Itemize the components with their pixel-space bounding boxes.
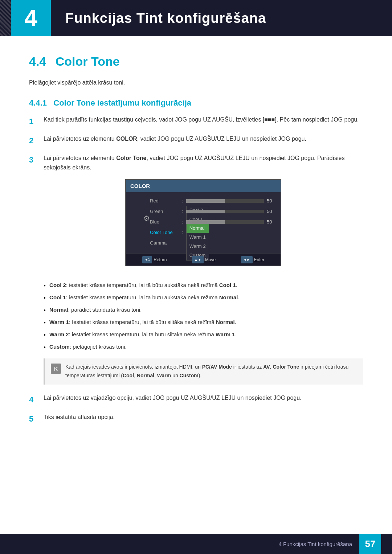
bullet-cool1: ● Cool 1: iestatiet krāsas temperatūru, …: [44, 293, 363, 302]
bullet-normal: ● Normal: parādiet standarta krāsu toni.: [44, 305, 363, 314]
dropdown-warm1: Warm 1: [187, 233, 209, 242]
move-icon: ▲▼: [192, 256, 204, 263]
step-4-content: Lai pārvietotos uz vajadzīgo opciju, vad…: [44, 393, 363, 403]
monitor-row-green: Green : 50: [150, 207, 275, 216]
bullet-dot: ●: [44, 295, 46, 301]
footer: 4 Funkcijas Tint konfigurēšana 57: [0, 534, 392, 554]
step-2: 2 Lai pārvietotos uz elementu COLOR, vad…: [29, 134, 363, 147]
return-icon: ◄1: [142, 256, 152, 263]
header: 4 Funkcijas Tint konfigurēšana: [0, 0, 392, 36]
note-text: Kad ārējais ievades avots ir pievienots,…: [65, 363, 357, 380]
dropdown-normal: Normal: [187, 224, 209, 233]
section-description: Pielāgojiet vispārējo attēla krāsu toni.: [29, 78, 363, 87]
section-number: 4.4: [29, 54, 46, 68]
section-heading: 4.4 Color Tone: [29, 54, 363, 71]
steps-list-2: 4 Lai pārvietotos uz vajadzīgo opciju, v…: [29, 393, 363, 425]
monitor-label-green: Green: [150, 208, 179, 216]
bullet-dot: ●: [44, 283, 46, 288]
step-1-content: Kad tiek parādīts funkcijas taustiņu ceļ…: [44, 115, 363, 124]
move-label: Move: [205, 257, 216, 263]
page: 4 Funkcijas Tint konfigurēšana 4.4 Color…: [0, 0, 392, 554]
step-3-number: 3: [29, 153, 44, 166]
monitor-label-colortone: Color Tone: [150, 229, 179, 237]
step-2-content: Lai pārvietotos uz elementu COLOR, vadie…: [44, 134, 363, 144]
bullet-dot: ●: [44, 307, 46, 313]
header-pattern: [0, 0, 11, 36]
step-5-number: 5: [29, 413, 44, 425]
monitor-right: Red : 50 Green :: [150, 197, 275, 249]
step-1: 1 Kad tiek parādīts funkcijas taustiņu c…: [29, 115, 363, 128]
monitor-dropdown: Cool 2 Cool 1 Normal Warm 1 Warm 2 Custo…: [186, 206, 209, 260]
monitor-label-gamma: Gamma: [150, 239, 179, 247]
monitor-row-blue: Blue : 50: [150, 218, 275, 226]
subsection-number: 4.4.1: [29, 98, 47, 107]
return-label: Return: [154, 257, 167, 263]
svg-text:K: K: [54, 366, 58, 372]
steps-list: 1 Kad tiek parādīts funkcijas taustiņu c…: [29, 115, 363, 274]
step-5-content: Tiks iestatīta atlasītā opcija.: [44, 413, 363, 422]
enter-icon: ◄►: [241, 256, 253, 263]
chapter-number: 4: [24, 7, 37, 30]
note-svg-icon: K: [52, 364, 60, 373]
bullet-dot: ●: [44, 332, 46, 338]
monitor-btn-enter: ◄► Enter: [241, 256, 264, 263]
monitor-label-red: Red: [150, 197, 179, 205]
monitor-title: COLOR: [126, 180, 281, 192]
step-5: 5 Tiks iestatīta atlasītā opcija.: [29, 413, 363, 425]
step-4-number: 4: [29, 393, 44, 406]
footer-text: 4 Funkcijas Tint konfigurēšana: [278, 541, 352, 547]
subsection-title: Color Tone iestatījumu konfigurācija: [53, 98, 191, 107]
monitor-bar-blue: [186, 220, 264, 224]
bullet-dot: ●: [44, 344, 46, 350]
monitor-bar-green: [186, 210, 264, 213]
step-4: 4 Lai pārvietotos uz vajadzīgo opciju, v…: [29, 393, 363, 406]
monitor-label-blue: Blue: [150, 218, 179, 226]
section-title: Color Tone: [56, 54, 120, 68]
monitor-body: ⚙ Red : 50: [126, 192, 281, 254]
bullet-warm1: ● Warm 1: Iestatiet krāsas temperatūru, …: [44, 318, 363, 327]
note-box: K Kad ārējais ievades avots ir pievienot…: [44, 358, 363, 385]
bullet-custom: ● Custom: pielāgojiet krāsas toni.: [44, 342, 363, 351]
monitor-row-colortone: Color Tone : Cool 2 Cool 1 Normal Warm 1…: [150, 228, 275, 237]
main-content: 4.4 Color Tone Pielāgojiet vispārējo att…: [0, 36, 392, 461]
footer-page-number: 57: [359, 534, 381, 554]
bullet-cool2: ● Cool 2: iestatiet krāsas temperatūru, …: [44, 281, 363, 290]
monitor-btn-move: ▲▼ Move: [192, 256, 216, 263]
step-1-number: 1: [29, 115, 44, 128]
bullet-warm2: ● Warm 2: iestatiet krāsas temperatūru, …: [44, 330, 363, 339]
step-2-number: 2: [29, 134, 44, 147]
monitor-left: ⚙: [132, 197, 150, 249]
monitor-btn-return: ◄1 Return: [142, 256, 167, 263]
chapter-title: Funkcijas Tint konfigurēšana: [51, 11, 266, 26]
enter-label: Enter: [254, 257, 265, 263]
step-3-content: Lai pārvietotos uz elementu Color Tone, …: [44, 153, 363, 274]
bullet-dot: ●: [44, 320, 46, 325]
bullet-list: ● Cool 2: iestatiet krāsas temperatūru, …: [44, 281, 363, 351]
step-3: 3 Lai pārvietotos uz elementu Color Tone…: [29, 153, 363, 274]
dropdown-warm2: Warm 2: [187, 242, 209, 251]
monitor-screenshot: COLOR ⚙ Red :: [125, 179, 281, 266]
note-icon: K: [51, 364, 61, 374]
monitor-icon: ⚙: [143, 213, 150, 224]
monitor-bar-red: [186, 199, 264, 203]
header-number-box: 4: [11, 0, 51, 36]
monitor-row-red: Red : 50: [150, 197, 275, 205]
monitor-row-gamma: Gamma: [150, 239, 275, 247]
subsection-heading: 4.4.1 Color Tone iestatījumu konfigurāci…: [29, 98, 363, 108]
